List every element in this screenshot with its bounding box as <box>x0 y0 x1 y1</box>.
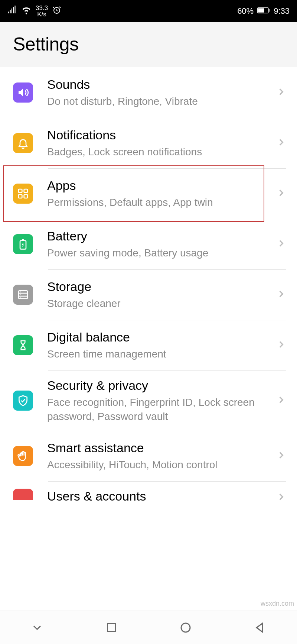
settings-header: Settings <box>0 22 297 67</box>
storage-icon <box>13 285 33 305</box>
svg-rect-5 <box>24 189 27 192</box>
settings-item-apps[interactable]: Apps Permissions, Default apps, App twin <box>0 168 297 219</box>
settings-item-security-privacy[interactable]: Security & privacy Face recognition, Fin… <box>0 370 297 431</box>
settings-item-users-accounts[interactable]: Users & accounts <box>0 481 297 506</box>
svg-rect-9 <box>19 291 27 298</box>
item-title: Security & privacy <box>47 378 272 393</box>
item-title: Digital balance <box>47 330 272 345</box>
item-title: Storage <box>47 279 272 294</box>
navigation-bar <box>0 611 297 644</box>
battery-percentage: 60% <box>237 6 254 16</box>
signal-icon <box>7 5 17 17</box>
chevron-right-icon <box>276 188 286 199</box>
item-subtitle: Face recognition, Fingerprint ID, Lock s… <box>47 395 272 424</box>
item-title: Battery <box>47 229 272 244</box>
item-subtitle: Permissions, Default apps, App twin <box>47 195 272 210</box>
item-subtitle: Power saving mode, Battery usage <box>47 246 272 260</box>
nav-hide-keyboard[interactable] <box>26 621 48 634</box>
battery-item-icon <box>13 234 33 254</box>
battery-icon <box>257 6 270 16</box>
svg-rect-10 <box>108 624 115 631</box>
hourglass-icon <box>13 335 33 355</box>
nav-back[interactable] <box>249 621 271 634</box>
page-title: Settings <box>13 33 284 55</box>
svg-rect-7 <box>24 195 27 198</box>
nav-recent[interactable] <box>100 621 123 634</box>
nav-home[interactable] <box>174 621 197 634</box>
item-title: Sounds <box>47 77 272 92</box>
settings-item-smart-assistance[interactable]: Smart assistance Accessibility, HiTouch,… <box>0 431 297 481</box>
users-icon <box>13 489 33 500</box>
hand-icon <box>13 446 33 466</box>
chevron-right-icon <box>276 239 286 250</box>
svg-rect-3 <box>269 9 270 12</box>
svg-point-11 <box>181 623 190 632</box>
item-subtitle: Screen time management <box>47 347 272 361</box>
settings-item-storage[interactable]: Storage Storage cleaner <box>0 269 297 320</box>
svg-rect-6 <box>19 195 22 198</box>
chevron-right-icon <box>276 492 286 503</box>
item-title: Users & accounts <box>47 489 272 504</box>
alarm-icon <box>52 6 61 17</box>
network-speed: 33.3K/s <box>36 5 48 17</box>
shield-icon <box>13 391 33 411</box>
wifi-icon <box>22 5 31 17</box>
settings-item-notifications[interactable]: Notifications Badges, Lock screen notifi… <box>0 118 297 168</box>
status-bar: 33.3K/s 60% 9:33 <box>0 0 297 22</box>
chevron-right-icon <box>276 87 286 98</box>
svg-rect-2 <box>258 8 264 12</box>
settings-item-sounds[interactable]: Sounds Do not disturb, Ringtone, Vibrate <box>0 67 297 118</box>
bell-icon <box>13 133 33 153</box>
status-right: 60% 9:33 <box>237 6 290 16</box>
apps-icon <box>13 184 33 204</box>
chevron-right-icon <box>276 450 286 462</box>
sound-icon <box>13 82 33 103</box>
item-title: Apps <box>47 178 272 193</box>
item-title: Smart assistance <box>47 440 272 456</box>
chevron-right-icon <box>276 395 286 406</box>
chevron-right-icon <box>276 137 286 149</box>
svg-rect-4 <box>19 189 22 192</box>
chevron-right-icon <box>276 289 286 300</box>
item-title: Notifications <box>47 127 272 143</box>
settings-item-battery[interactable]: Battery Power saving mode, Battery usage <box>0 219 297 269</box>
item-subtitle: Badges, Lock screen notifications <box>47 145 272 159</box>
item-subtitle: Accessibility, HiTouch, Motion control <box>47 458 272 472</box>
clock-time: 9:33 <box>274 6 290 16</box>
watermark: wsxdn.com <box>261 600 294 608</box>
item-subtitle: Do not disturb, Ringtone, Vibrate <box>47 94 272 109</box>
chevron-right-icon <box>276 340 286 351</box>
status-left: 33.3K/s <box>7 5 61 17</box>
settings-item-digital-balance[interactable]: Digital balance Screen time management <box>0 320 297 370</box>
item-subtitle: Storage cleaner <box>47 297 272 311</box>
settings-list: Sounds Do not disturb, Ringtone, Vibrate… <box>0 67 297 506</box>
